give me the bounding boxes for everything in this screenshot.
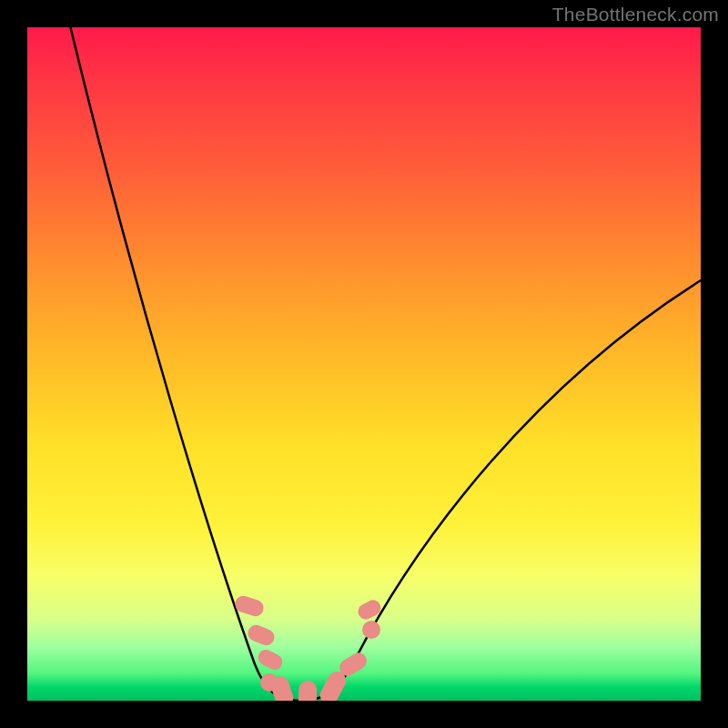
chart-svg [27, 27, 701, 701]
curve-left-branch [68, 27, 300, 701]
curve-marker-5 [298, 681, 317, 701]
curve-marker-9 [356, 597, 384, 622]
curve-marker-1 [246, 622, 278, 648]
curve-right-branch [300, 278, 701, 701]
watermark: TheBottleneck.com [552, 4, 719, 25]
chart-frame [27, 27, 701, 701]
curve-marker-8 [362, 621, 380, 639]
curve-marker-2 [256, 647, 286, 672]
